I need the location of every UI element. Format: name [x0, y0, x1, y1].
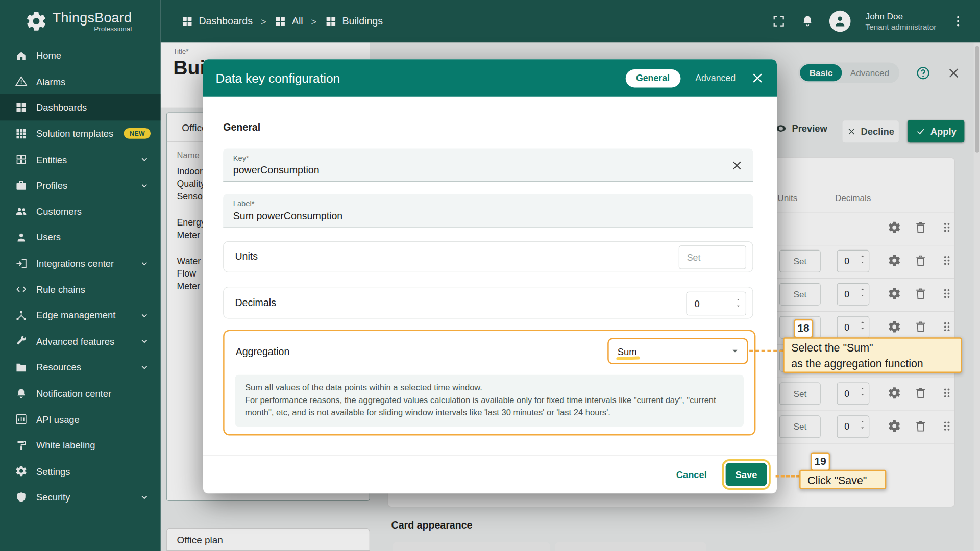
- units-input[interactable]: Set: [679, 245, 746, 269]
- highlight-marker: [616, 356, 640, 360]
- annotation-text: as the aggregation function: [791, 356, 953, 372]
- decimals-label: Decimals: [235, 297, 276, 308]
- units-label: Units: [235, 251, 258, 262]
- cancel-button[interactable]: Cancel: [676, 469, 707, 480]
- annotation-connector: [776, 475, 800, 478]
- dialog-title: Data key configuration: [215, 71, 340, 85]
- label-field[interactable]: Label* Sum powerConsumption: [223, 194, 753, 228]
- annotation-text: Click "Save": [807, 473, 878, 489]
- step-badge: 18: [794, 319, 813, 338]
- dialog-close-icon[interactable]: [751, 71, 765, 85]
- section-title: General: [223, 122, 260, 133]
- label-value: Sum powerConsumption: [233, 211, 743, 222]
- clear-key-icon[interactable]: [730, 159, 743, 171]
- aggregation-highlight: Aggregation Sum Sum all values of the da…: [223, 330, 755, 436]
- decimals-row: Decimals 0: [223, 287, 753, 318]
- aggregation-value: Sum: [618, 346, 637, 357]
- data-key-configuration-dialog: Data key configuration General Advanced …: [203, 59, 777, 493]
- dropdown-arrow-icon: [729, 345, 741, 357]
- tab-advanced[interactable]: Advanced: [695, 73, 736, 83]
- units-row: Units Set: [223, 241, 753, 272]
- screen: ThingsBoard Professional Home Alarms Das…: [0, 0, 980, 551]
- dialog-header: Data key configuration General Advanced: [203, 59, 777, 96]
- annotation-step18: Select the "Sum" as the aggregation func…: [783, 337, 962, 373]
- decrement-icon[interactable]: [734, 303, 742, 309]
- key-field[interactable]: Key* powerConsumption: [223, 148, 753, 182]
- increment-icon[interactable]: [734, 297, 742, 303]
- step-badge: 19: [811, 453, 830, 471]
- hint-line: For performance reasons, the aggregated …: [245, 394, 734, 419]
- annotation-connector: [749, 350, 783, 352]
- dialog-footer: Cancel Save: [203, 455, 777, 493]
- tab-general[interactable]: General: [625, 69, 680, 87]
- annotation-step19: Click "Save": [799, 470, 886, 489]
- key-value: powerConsumption: [233, 165, 743, 176]
- aggregation-hint: Sum all values of the data points within…: [235, 375, 744, 427]
- key-label: Key*: [233, 154, 743, 162]
- aggregation-select[interactable]: Sum: [607, 338, 748, 364]
- decimals-value: 0: [694, 298, 699, 309]
- aggregation-label: Aggregation: [236, 346, 290, 357]
- decimals-input[interactable]: 0: [686, 292, 746, 316]
- hint-line: Sum all values of the data points within…: [245, 382, 734, 394]
- label-label: Label*: [233, 199, 743, 208]
- annotation-text: Select the "Sum": [791, 340, 953, 356]
- save-button[interactable]: Save: [726, 463, 767, 486]
